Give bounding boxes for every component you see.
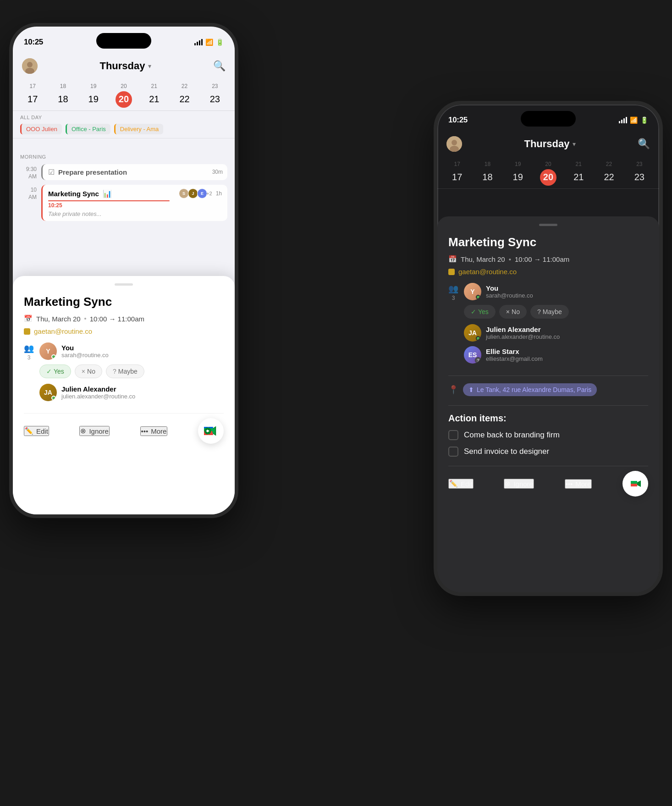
wifi-icon-light: 📶 (205, 39, 213, 46)
all-day-label: ALL DAY (20, 115, 227, 120)
action-item-2[interactable]: Send invoice to designer (448, 447, 648, 457)
cal-title-dark[interactable]: Thursday ▾ (524, 138, 575, 150)
name-julien-dark: Julien Alexander (486, 326, 648, 333)
status-time-light: 10:25 (24, 38, 43, 47)
rsvp-row-dark: ✓ Yes × No ? Maybe (464, 305, 648, 319)
bottom-sheet-light: Marketing Sync 📅 Thu, March 20 10:00 → 1… (13, 276, 235, 514)
cal-title-light[interactable]: Thursday ▾ (99, 60, 151, 72)
google-meet-button-dark[interactable] (622, 471, 648, 497)
email-julien-light: julien.alexander@routine.co (61, 393, 224, 400)
rsvp-yes-dark[interactable]: ✓ Yes (464, 305, 496, 319)
rsvp-no-light[interactable]: × No (75, 364, 102, 378)
current-time-indicator (48, 200, 170, 201)
dark-week-day-23[interactable]: 23 23 (624, 161, 655, 186)
sheet-title-dark: Marketing Sync (448, 235, 648, 249)
calendar-icon-dark: 📅 (448, 255, 457, 263)
sheet-date-light: 📅 Thu, March 20 10:00 → 11:00am (24, 315, 224, 323)
private-notes[interactable]: Take private notes... (48, 210, 222, 217)
event-duration-marketing: 1h (216, 190, 222, 197)
name-you-dark: You (486, 284, 648, 292)
week-day-23[interactable]: 23 23 (200, 83, 230, 108)
sheet-organizer-light: gaetan@routine.co (24, 327, 224, 335)
edit-button-dark[interactable]: ✏️ Edit (448, 479, 474, 489)
yes-check-icon: ✓ (46, 368, 52, 375)
all-day-section-light: ALL DAY OOO Julien Office - Paris Delive… (13, 111, 235, 138)
google-meet-button-light[interactable] (198, 418, 224, 444)
battery-icon-light: 🔋 (216, 39, 224, 46)
org-email-dark: gaetan@routine.co (458, 268, 517, 276)
event-duration-prepare: 30m (212, 169, 223, 175)
attendees-icon-light: 👥 (24, 343, 34, 353)
user-avatar-dark[interactable] (446, 136, 462, 152)
checkbox-2[interactable] (448, 447, 458, 457)
week-day-18[interactable]: 18 18 (48, 83, 78, 108)
attendee-ellie-dark: ES ? Ellie Starx elliestarx@gmail.com (464, 346, 648, 364)
question-badge-ellie: ? (475, 357, 481, 364)
ignore-icon-dark: ⊗ (505, 480, 511, 488)
time-range-dark: 10:00 → 11:00am (515, 255, 569, 263)
dark-week-day-18[interactable]: 18 18 (472, 161, 502, 186)
green-dot-you-light (51, 354, 56, 359)
dynamic-island-light (96, 33, 151, 49)
user-avatar-light[interactable] (22, 58, 38, 74)
org-email-light: gaetan@routine.co (34, 327, 92, 335)
search-icon-dark[interactable]: 🔍 (638, 138, 650, 150)
all-day-delivery[interactable]: Delivery - Ama (114, 124, 164, 134)
event-marketing-sync[interactable]: 10AM Marketing Sync 📊 S J E +2 1h (20, 185, 227, 221)
svg-point-1 (27, 62, 33, 67)
attendee-overflow: +2 (206, 191, 212, 196)
edit-icon-dark: ✏️ (449, 480, 458, 488)
attendee-avatar-2: J (188, 188, 198, 199)
cal-header-light: Thursday ▾ 🔍 (13, 52, 235, 80)
avatar-you-dark: Y (464, 283, 481, 300)
email-you-dark: sarah@routine.co (486, 292, 648, 299)
event-title-marketing: Marketing Sync (48, 190, 99, 198)
battery-icon-dark: 🔋 (640, 116, 648, 124)
title-arrow-light: ▾ (148, 62, 151, 70)
week-day-17[interactable]: 17 17 (17, 83, 48, 108)
search-icon-light[interactable]: 🔍 (213, 60, 226, 72)
dark-week-day-19[interactable]: 19 19 (503, 161, 533, 186)
edit-button-light[interactable]: ✏️ Edit (24, 426, 49, 436)
rsvp-yes-light[interactable]: ✓ Yes (39, 364, 71, 378)
more-icon-light: ••• (141, 427, 149, 435)
event-prepare-presentation[interactable]: 9:30AM ☑ Prepare presentation 30m (20, 164, 227, 180)
rsvp-maybe-dark[interactable]: ? Maybe (530, 305, 569, 319)
avatar-julien-light: JA (39, 384, 57, 401)
green-dot-julien-dark (476, 336, 480, 341)
attendees-count-light: 3 (28, 354, 31, 361)
green-dot-julien-light (51, 396, 56, 400)
more-button-light[interactable]: ••• More (140, 426, 168, 436)
all-day-ooo[interactable]: OOO Julien (20, 124, 62, 134)
week-day-19[interactable]: 19 19 (78, 83, 109, 108)
week-day-20-today[interactable]: 20 20 (109, 83, 139, 108)
event-title-prepare: Prepare presentation (58, 168, 127, 176)
action-item-1[interactable]: Come back to branding firm (448, 430, 648, 440)
org-color-dark (448, 269, 455, 275)
more-button-dark[interactable]: ••• More (565, 479, 592, 489)
location-icon-dark: 📍 (448, 385, 458, 395)
week-strip-light: 17 17 18 18 19 19 20 20 21 21 22 22 23 2… (13, 80, 235, 111)
rsvp-row-light: ✓ Yes × No ? Maybe (39, 364, 224, 378)
rsvp-maybe-light[interactable]: ? Maybe (106, 364, 144, 378)
dark-week-day-17[interactable]: 17 17 (442, 161, 472, 186)
action-items-section-dark: Action items: Come back to branding firm… (448, 413, 648, 457)
sheet-organizer-dark: gaetan@routine.co (448, 268, 648, 276)
dark-week-day-22[interactable]: 22 22 (594, 161, 624, 186)
ignore-icon-light: ⊗ (80, 427, 86, 435)
week-day-22[interactable]: 22 22 (169, 83, 199, 108)
checkbox-1[interactable] (448, 430, 458, 440)
date-text-light: Thu, March 20 (36, 315, 81, 323)
dark-week-day-20-today[interactable]: 20 20 (533, 161, 563, 186)
ignore-button-dark[interactable]: ⊗ Ignore (504, 479, 534, 489)
wifi-icon-dark: 📶 (630, 116, 638, 124)
status-icons-light: 📶 🔋 (194, 39, 224, 46)
location-pill-dark[interactable]: ⬆ Le Tank, 42 rue Alexandre Dumas, Paris (463, 383, 597, 396)
cal-header-dark: Thursday ▾ 🔍 (437, 130, 659, 158)
dark-week-day-21[interactable]: 21 21 (563, 161, 594, 186)
all-day-office[interactable]: Office - Paris (66, 124, 110, 134)
ignore-button-light[interactable]: ⊗ Ignore (79, 426, 110, 436)
week-day-21[interactable]: 21 21 (139, 83, 169, 108)
rsvp-no-dark[interactable]: × No (499, 305, 527, 319)
avatar-you-light: Y (39, 342, 57, 360)
